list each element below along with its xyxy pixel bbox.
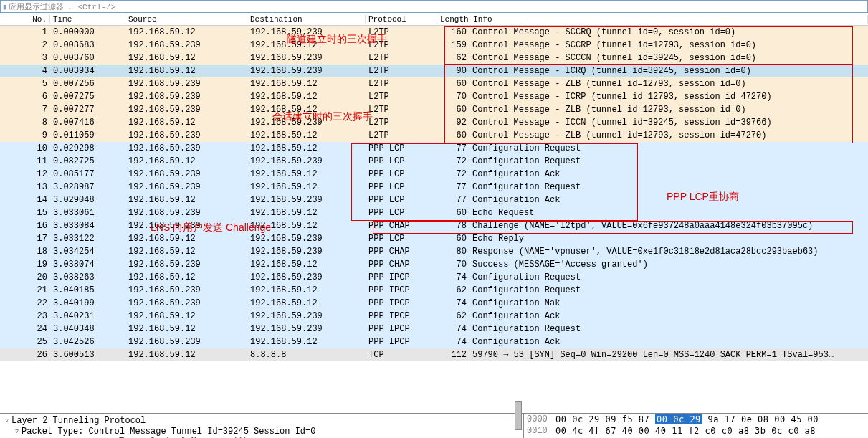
- cell-time: 0.007256: [50, 79, 125, 89]
- packet-bytes-pane[interactable]: 0000 00 0c 29 09 f5 87 00 0c 29 9a 17 0e…: [523, 413, 868, 438]
- cell-length: 60: [437, 234, 469, 244]
- table-row[interactable]: 203.038263192.168.59.12192.168.59.239PPP…: [0, 271, 868, 284]
- table-row[interactable]: 133.028987192.168.59.239192.168.59.12PPP…: [0, 181, 868, 194]
- cell-protocol: L2TP: [366, 105, 437, 115]
- cell-source: 192.168.59.239: [125, 92, 247, 102]
- display-filter-bar[interactable]: ▮ 应用显示过滤器 … <Ctrl-/>: [0, 0, 868, 13]
- cell-no: 18: [0, 247, 50, 257]
- table-row[interactable]: 223.040199192.168.59.239192.168.59.12PPP…: [0, 297, 868, 310]
- table-row[interactable]: 263.600513192.168.59.128.8.8.8TCP1125979…: [0, 348, 868, 361]
- table-row[interactable]: 10.000000192.168.59.12192.168.59.239L2TP…: [0, 26, 868, 39]
- cell-time: 3.040231: [50, 311, 125, 321]
- hex-row[interactable]: 0000 00 0c 29 09 f5 87 00 0c 29 9a 17 0e…: [524, 414, 868, 425]
- cell-length: 77: [437, 195, 469, 205]
- cell-destination: 192.168.59.12: [247, 208, 366, 218]
- cell-time: 0.007275: [50, 92, 125, 102]
- packet-details-pane[interactable]: ▿Layer 2 Tunneling Protocol ▿Packet Type…: [0, 413, 523, 438]
- table-row[interactable]: 253.042526192.168.59.239192.168.59.12PPP…: [0, 335, 868, 348]
- cell-info: 59790 → 53 [SYN] Seq=0 Win=29200 Len=0 M…: [469, 350, 868, 360]
- cell-length: 74: [437, 324, 469, 334]
- cell-protocol: PPP CHAP: [366, 260, 437, 270]
- cell-protocol: PPP CHAP: [366, 247, 437, 257]
- cell-protocol: PPP LCP: [366, 182, 437, 192]
- cell-length: 74: [437, 298, 469, 308]
- cell-source: 192.168.59.239: [125, 285, 247, 295]
- cell-time: 3.029048: [50, 195, 125, 205]
- table-row[interactable]: 100.029298192.168.59.239192.168.59.12PPP…: [0, 142, 868, 155]
- header-protocol[interactable]: Protocol: [366, 15, 437, 24]
- cell-length: 92: [437, 118, 469, 128]
- cell-no: 5: [0, 79, 50, 89]
- table-row[interactable]: 80.007416192.168.59.12192.168.59.239L2TP…: [0, 116, 868, 129]
- table-row[interactable]: 193.038074192.168.59.239192.168.59.12PPP…: [0, 258, 868, 271]
- cell-protocol: L2TP: [366, 40, 437, 50]
- expand-icon[interactable]: ▿: [4, 415, 11, 426]
- cell-info: Configuration Request: [469, 272, 868, 282]
- cell-no: 15: [0, 208, 50, 218]
- hex-row[interactable]: 0010 00 4c 4f 67 40 00 40 11 f2 c0 c0 a8…: [524, 425, 868, 437]
- table-row[interactable]: 120.085177192.168.59.239192.168.59.12PPP…: [0, 168, 868, 181]
- cell-no: 23: [0, 311, 50, 321]
- header-source[interactable]: Source: [125, 15, 247, 24]
- hex-offset: 0000: [527, 414, 555, 424]
- cell-source: 192.168.59.12: [125, 66, 247, 76]
- table-row[interactable]: 20.003683192.168.59.239192.168.59.12L2TP…: [0, 39, 868, 52]
- cell-no: 10: [0, 143, 50, 153]
- cell-info: Configuration Request: [469, 324, 868, 334]
- cell-no: 16: [0, 221, 50, 231]
- cell-length: 74: [437, 337, 469, 347]
- table-row[interactable]: 183.034254192.168.59.12192.168.59.239PPP…: [0, 245, 868, 258]
- cell-source: 192.168.59.12: [125, 311, 247, 321]
- cell-info: Configuration Nak: [469, 298, 868, 308]
- cell-time: 3.040199: [50, 298, 125, 308]
- table-row[interactable]: 70.007277192.168.59.239192.168.59.12L2TP…: [0, 103, 868, 116]
- cell-time: 3.038074: [50, 260, 125, 270]
- table-row[interactable]: 233.040231192.168.59.12192.168.59.239PPP…: [0, 310, 868, 323]
- cell-info: Configuration Ack: [469, 195, 868, 205]
- cell-source: 192.168.59.239: [125, 221, 247, 231]
- cell-length: 72: [437, 156, 469, 166]
- table-row[interactable]: 213.040185192.168.59.239192.168.59.12PPP…: [0, 284, 868, 297]
- cell-protocol: L2TP: [366, 92, 437, 102]
- cell-time: 3.040185: [50, 285, 125, 295]
- cell-info: Control Message - ICRQ (tunnel id=39245,…: [469, 66, 868, 76]
- packet-list[interactable]: 10.000000192.168.59.12192.168.59.239L2TP…: [0, 26, 868, 413]
- details-line: Packet Type: Control Message Tunnel Id=3…: [22, 427, 315, 437]
- cell-protocol: PPP LCP: [366, 208, 437, 218]
- cell-length: 77: [437, 182, 469, 192]
- table-row[interactable]: 143.029048192.168.59.12192.168.59.239PPP…: [0, 194, 868, 206]
- expand-icon[interactable]: ▿: [14, 426, 22, 437]
- cell-info: Control Message - ZLB (tunnel id=12793, …: [469, 130, 868, 141]
- table-row[interactable]: 243.040348192.168.59.12192.168.59.239PPP…: [0, 323, 868, 335]
- header-time[interactable]: Time: [50, 15, 125, 24]
- table-row[interactable]: 40.003934192.168.59.12192.168.59.239L2TP…: [0, 65, 868, 77]
- table-row[interactable]: 110.082725192.168.59.12192.168.59.239PPP…: [0, 155, 868, 168]
- cell-source: 192.168.59.12: [125, 27, 247, 37]
- cell-info: Configuration Request: [469, 182, 868, 192]
- cell-source: 192.168.59.239: [125, 105, 247, 115]
- cell-destination: 192.168.59.12: [247, 285, 366, 295]
- header-no[interactable]: No.: [0, 15, 50, 24]
- cell-time: 3.600513: [50, 350, 125, 360]
- cell-destination: 192.168.59.12: [247, 260, 366, 270]
- cell-info: Success (MESSAGE='Access granted'): [469, 260, 868, 270]
- details-scrollbar[interactable]: [515, 401, 522, 430]
- cell-no: 19: [0, 260, 50, 270]
- cell-no: 21: [0, 285, 50, 295]
- header-length-info[interactable]: Length Info: [437, 15, 868, 24]
- table-row[interactable]: 90.011059192.168.59.239192.168.59.12L2TP…: [0, 129, 868, 142]
- cell-source: 192.168.59.239: [125, 298, 247, 308]
- table-row[interactable]: 153.033061192.168.59.239192.168.59.12PPP…: [0, 206, 868, 219]
- cell-source: 192.168.59.239: [125, 337, 247, 347]
- header-destination[interactable]: Destination: [247, 15, 366, 24]
- cell-time: 0.085177: [50, 169, 125, 179]
- table-row[interactable]: 173.033122192.168.59.12192.168.59.239PPP…: [0, 232, 868, 245]
- table-row[interactable]: 50.007256192.168.59.239192.168.59.12L2TP…: [0, 77, 868, 90]
- table-row[interactable]: 163.033084192.168.59.239192.168.59.12PPP…: [0, 219, 868, 232]
- table-row[interactable]: 60.007275192.168.59.239192.168.59.12L2TP…: [0, 90, 868, 103]
- cell-length: 62: [437, 53, 469, 63]
- table-row[interactable]: 30.003760192.168.59.12192.168.59.239L2TP…: [0, 52, 868, 65]
- cell-no: 4: [0, 66, 50, 76]
- packet-list-header[interactable]: No. Time Source Destination Protocol Len…: [0, 13, 868, 26]
- cell-source: 192.168.59.12: [125, 247, 247, 257]
